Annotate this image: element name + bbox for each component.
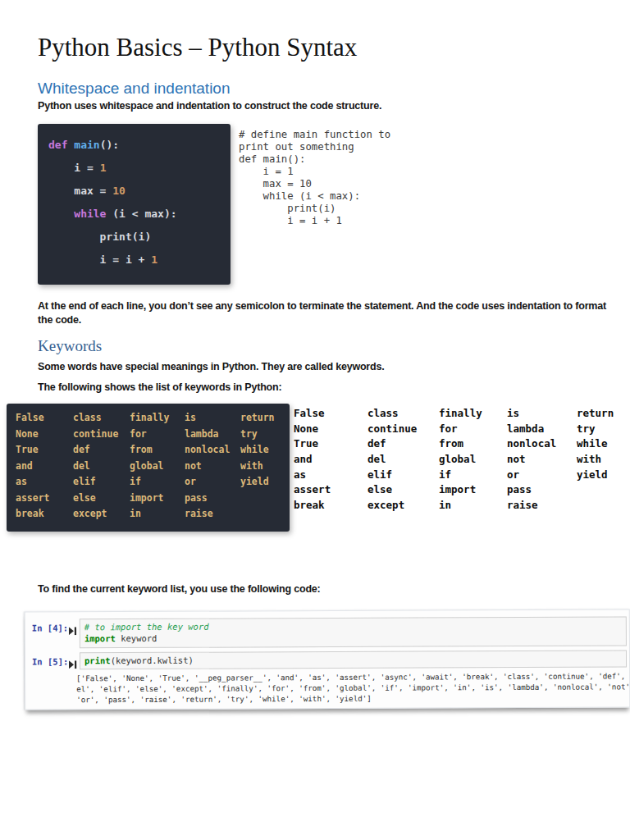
code-token: global	[439, 452, 507, 468]
code-token	[48, 208, 74, 220]
code-token: try	[577, 422, 596, 437]
code-token: assert	[16, 491, 73, 507]
code-token: while	[577, 436, 608, 452]
code-token: # to import the key word	[84, 622, 209, 632]
code-token: or	[185, 474, 240, 491]
code-token: 1	[151, 253, 158, 266]
code-cell-input-5: print(keyword.kwlist)	[80, 650, 627, 669]
code-token: i =	[48, 162, 100, 174]
code-token: with	[240, 459, 263, 475]
code-token: break	[294, 498, 368, 514]
code-token: print(i)	[48, 231, 151, 243]
code-token: in	[439, 498, 507, 514]
code-token: try	[240, 427, 258, 443]
code-token: global	[130, 459, 185, 475]
code-token: assert	[294, 482, 368, 498]
code-token: elif	[73, 474, 130, 491]
code-token: not	[507, 452, 577, 468]
code-token: lambda	[185, 427, 240, 443]
code-token: for	[439, 422, 507, 437]
code-token: import	[84, 633, 116, 643]
code-token: True	[294, 436, 368, 452]
code-token: as	[294, 468, 368, 483]
code-token: else	[73, 491, 130, 507]
code-token: max =	[48, 185, 112, 197]
document-page: Python Basics – Python Syntax Whitespace…	[0, 0, 630, 840]
code-token: def	[48, 139, 74, 151]
code-token: pass	[507, 482, 577, 498]
code-token: in	[130, 506, 185, 523]
code-token: and	[294, 452, 368, 468]
code-token: return	[240, 410, 275, 427]
code-token: False	[16, 410, 73, 427]
code-token: def	[73, 442, 130, 459]
code-token: main	[74, 139, 99, 151]
code-token: del	[73, 459, 130, 475]
code-token: del	[368, 452, 439, 468]
whitespace-intro-text: Python uses whitespace and indentation t…	[38, 99, 579, 113]
code-token: is	[507, 406, 577, 422]
code-token: None	[16, 427, 73, 443]
heading-whitespace-and-indentation: Whitespace and indentation	[38, 80, 231, 98]
code-cell-input-4: # to import the key wordimport keyword	[80, 616, 627, 648]
whitespace-note-text: At the end of each line, you don’t see a…	[38, 299, 612, 327]
jupyter-notebook-screenshot: In [4]: # to import the key wordimport k…	[25, 609, 630, 710]
code-token: keyword	[116, 633, 158, 643]
dark-code-block-main-function: def main(): i = 1 max = 10 while (i < ma…	[38, 124, 231, 285]
code-token: as	[16, 474, 73, 491]
code-token: lambda	[507, 422, 577, 437]
cell-prompt-in5: In [5]:	[32, 656, 68, 666]
code-token: is	[185, 410, 240, 427]
code-token: except	[73, 506, 130, 523]
code-token: class	[368, 406, 439, 422]
code-token: return	[577, 406, 614, 422]
code-token: from	[130, 442, 185, 459]
code-token: 10	[112, 185, 126, 197]
code-token: if	[439, 468, 507, 483]
code-token: class	[73, 410, 130, 427]
code-token: finally	[439, 406, 507, 422]
code-token: finally	[130, 410, 185, 427]
code-token: raise	[185, 506, 240, 523]
code-token: import	[439, 482, 507, 498]
code-token: from	[439, 436, 507, 452]
code-token: ():	[100, 139, 119, 151]
code-token: nonlocal	[185, 442, 240, 459]
code-token: while	[74, 208, 106, 220]
code-token: and	[16, 459, 73, 475]
keywords-intro-text: Some words have special meanings in Pyth…	[38, 360, 579, 374]
keywords-list-caption: The following shows the list of keywords…	[38, 381, 579, 395]
code-token: print	[84, 655, 111, 665]
keywords-find-caption: To find the current keyword list, you us…	[38, 582, 579, 596]
code-token: if	[130, 474, 185, 491]
code-token: or	[507, 468, 577, 483]
cell-prompt-in4: In [4]:	[32, 623, 68, 632]
code-token: i = i +	[48, 253, 151, 266]
plain-code-text: # define main function to print out some…	[239, 129, 390, 227]
code-token: else	[368, 482, 439, 498]
run-prompt-icon	[69, 623, 77, 632]
code-token: with	[577, 452, 601, 468]
plain-keyword-table: FalseclassfinallyisreturnNonecontinuefor…	[294, 406, 614, 514]
code-token: (i < max):	[106, 208, 176, 220]
code-token: break	[16, 506, 73, 523]
code-token: for	[130, 427, 185, 443]
code-token: None	[294, 422, 368, 437]
code-token: while	[240, 442, 269, 459]
heading-keywords: Keywords	[38, 337, 102, 355]
code-token: yield	[240, 474, 269, 491]
code-token: elif	[368, 468, 439, 483]
code-token: True	[16, 442, 73, 459]
code-token: nonlocal	[507, 436, 577, 452]
code-token: continue	[368, 422, 439, 437]
code-token: not	[185, 459, 240, 475]
code-token: def	[368, 436, 439, 452]
code-token: yield	[577, 468, 608, 483]
code-token: continue	[73, 427, 130, 443]
code-token: import	[130, 491, 185, 507]
code-token: except	[368, 498, 439, 514]
code-token: pass	[185, 491, 240, 507]
code-token: (keyword.kwlist)	[111, 655, 194, 665]
run-prompt-icon	[69, 657, 77, 665]
code-token: raise	[507, 498, 577, 514]
